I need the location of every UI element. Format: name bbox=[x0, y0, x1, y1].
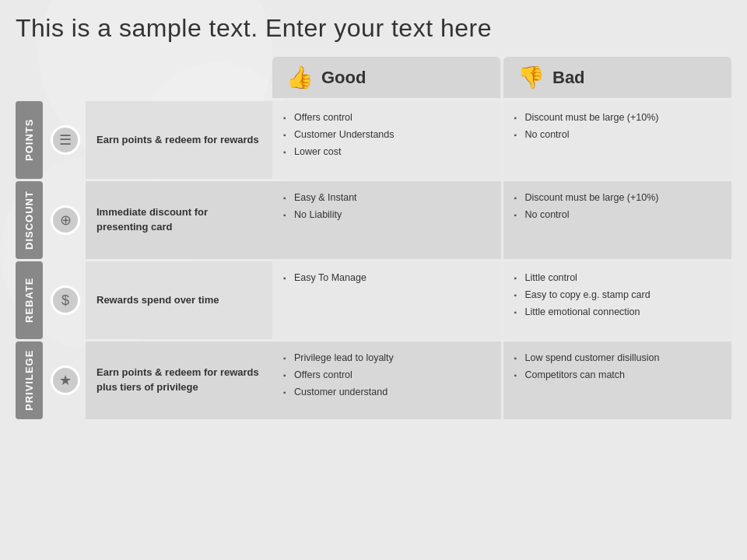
row-icon-points: ☰ bbox=[51, 125, 80, 155]
list-item: Low spend customer disillusion bbox=[514, 351, 721, 366]
list-item: Easy & Instant bbox=[283, 191, 490, 205]
list-item: Offers control bbox=[283, 110, 490, 125]
row-label-wrapper-privilege: Privilege bbox=[16, 341, 54, 419]
bad-label: Bad bbox=[552, 68, 585, 88]
row-label-wrapper-discount: Discount bbox=[16, 181, 54, 259]
row-label-wrapper-rebate: Rebate bbox=[16, 261, 54, 339]
thumb-up-icon: 👍 bbox=[286, 65, 314, 90]
list-item: Little control bbox=[514, 271, 721, 285]
cell-good-discount: Easy & InstantNo Liability bbox=[272, 181, 501, 259]
cell-bad-points: Discount must be large (+10%)No control bbox=[503, 101, 732, 179]
list-item: Offers control bbox=[283, 368, 490, 383]
cell-desc-text-privilege: Earn points & redeem for rewards plus ti… bbox=[96, 366, 261, 395]
cell-desc-text-points: Earn points & redeem for rewards bbox=[96, 133, 259, 148]
table-row-privilege: Privilege★Earn points & redeem for rewar… bbox=[86, 341, 731, 419]
list-item: Privilege lead to loyalty bbox=[283, 351, 490, 366]
cell-desc-privilege: Earn points & redeem for rewards plus ti… bbox=[86, 341, 272, 419]
cell-desc-discount: Immediate discount for presenting card bbox=[86, 181, 272, 259]
list-item: Competitors can match bbox=[514, 368, 721, 383]
list-item: No control bbox=[514, 128, 721, 142]
row-icon-privilege: ★ bbox=[51, 366, 80, 395]
list-item: No control bbox=[514, 208, 721, 222]
thumb-down-icon: 👎 bbox=[517, 65, 545, 90]
table-row-discount: Discount⊕Immediate discount for presenti… bbox=[86, 181, 731, 259]
header-desc-spacer bbox=[86, 57, 272, 98]
table-body: Points☰Earn points & redeem for rewardsO… bbox=[86, 101, 731, 419]
cell-bad-privilege: Low spend customer disillusionCompetitor… bbox=[503, 341, 732, 419]
list-item: Little emotional connection bbox=[514, 305, 721, 320]
cell-good-points: Offers controlCustomer UnderstandsLower … bbox=[272, 101, 501, 179]
good-label: Good bbox=[321, 68, 366, 88]
list-item: Discount must be large (+10%) bbox=[514, 110, 721, 125]
list-item: Easy To Manage bbox=[283, 271, 490, 285]
table-header: 👍 Good 👎 Bad bbox=[86, 57, 731, 98]
row-label-privilege: Privilege bbox=[16, 341, 43, 419]
row-label-rebate: Rebate bbox=[16, 261, 43, 339]
header-bad: 👎 Bad bbox=[503, 57, 731, 98]
list-item: No Liability bbox=[283, 208, 490, 222]
cell-desc-points: Earn points & redeem for rewards bbox=[86, 101, 272, 179]
table-row-points: Points☰Earn points & redeem for rewardsO… bbox=[86, 101, 731, 179]
cell-good-rebate: Easy To Manage bbox=[272, 261, 501, 339]
list-item: Customer understand bbox=[283, 385, 490, 400]
row-label-wrapper-points: Points bbox=[16, 101, 54, 179]
row-icon-rebate: $ bbox=[51, 285, 80, 315]
row-label-points: Points bbox=[16, 101, 43, 179]
list-item: Customer Understands bbox=[283, 128, 490, 142]
cell-desc-rebate: Rewards spend over time bbox=[86, 261, 272, 339]
list-item: Easy to copy e.g. stamp card bbox=[514, 288, 721, 303]
table-row-rebate: Rebate$Rewards spend over timeEasy To Ma… bbox=[86, 261, 731, 339]
cell-bad-rebate: Little controlEasy to copy e.g. stamp ca… bbox=[503, 261, 732, 339]
cell-good-privilege: Privilege lead to loyaltyOffers controlC… bbox=[272, 341, 501, 419]
cell-bad-discount: Discount must be large (+10%)No control bbox=[503, 181, 732, 259]
list-item: Discount must be large (+10%) bbox=[514, 191, 721, 205]
cell-desc-text-discount: Immediate discount for presenting card bbox=[96, 205, 261, 235]
list-item: Lower cost bbox=[283, 145, 490, 159]
row-icon-discount: ⊕ bbox=[51, 205, 80, 235]
comparison-table: 👍 Good 👎 Bad Points☰Earn points & redeem… bbox=[86, 57, 731, 419]
header-good: 👍 Good bbox=[272, 57, 500, 98]
page-title: This is a sample text. Enter your text h… bbox=[16, 14, 731, 43]
row-label-discount: Discount bbox=[16, 181, 43, 259]
cell-desc-text-rebate: Rewards spend over time bbox=[96, 293, 219, 308]
